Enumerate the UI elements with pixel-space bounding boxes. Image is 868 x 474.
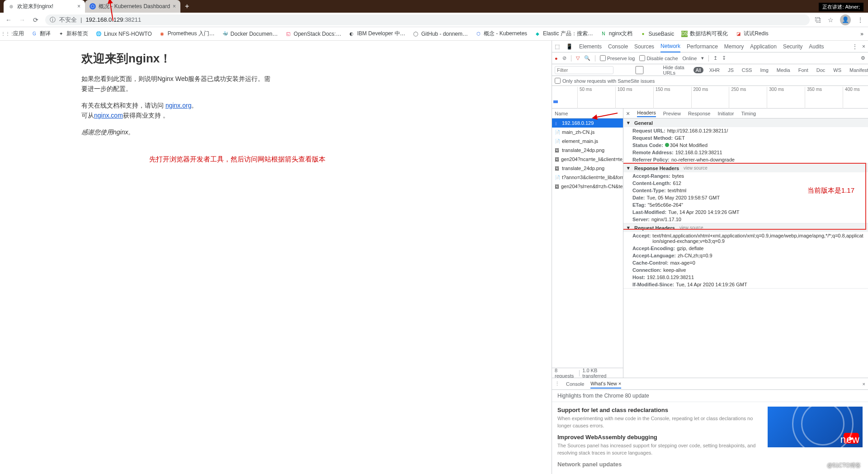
record-icon[interactable]: ● bbox=[555, 56, 558, 61]
gear-icon[interactable]: ⚙ bbox=[861, 55, 865, 61]
request-row[interactable]: 🖼translate_24dp.png bbox=[552, 164, 623, 173]
drawer-tab-whatsnew[interactable]: What's New × bbox=[590, 379, 621, 389]
download-icon[interactable]: ↧ bbox=[722, 55, 726, 61]
filter-all[interactable]: All bbox=[693, 67, 703, 73]
upload-icon[interactable]: ↥ bbox=[713, 55, 717, 61]
drawer-close-icon[interactable]: × bbox=[863, 381, 865, 387]
bookmark-item[interactable]: 🐳Docker Documen… bbox=[222, 31, 278, 37]
request-row[interactable]: ▮192.168.0.129 bbox=[552, 118, 623, 128]
request-row[interactable]: 📄t?anno=3&client=te_lib&form… bbox=[552, 173, 623, 182]
response-tab[interactable]: Response bbox=[688, 111, 711, 116]
new-tab-button[interactable]: + bbox=[180, 2, 193, 10]
tab-elements[interactable]: Elements bbox=[579, 41, 602, 52]
tab-network[interactable]: Network bbox=[660, 41, 680, 52]
close-detail-icon[interactable]: × bbox=[626, 110, 630, 117]
bookmark-item[interactable]: ●SuseBasic bbox=[640, 31, 674, 37]
bookmark-item[interactable]: ◐IBM Developer 中… bbox=[349, 30, 406, 38]
filter-css[interactable]: CSS bbox=[740, 67, 755, 73]
tab-performance[interactable]: Performance bbox=[687, 41, 718, 52]
bookmark-item[interactable]: ◯GitHub - donnem… bbox=[413, 31, 468, 37]
preserve-log-checkbox[interactable]: Preserve log bbox=[600, 55, 635, 61]
filter-js[interactable]: JS bbox=[726, 67, 736, 73]
request-row[interactable]: 🖼translate_24dp.png bbox=[552, 146, 623, 155]
filter-xhr[interactable]: XHR bbox=[707, 67, 722, 73]
bookmark-item[interactable]: ✦新标签页 bbox=[58, 30, 88, 38]
bookmarks-overflow[interactable]: » bbox=[860, 31, 863, 37]
back-icon[interactable]: ← bbox=[5, 16, 13, 24]
star-icon[interactable]: ☆ bbox=[828, 16, 834, 24]
translate-icon[interactable]: ⿻ bbox=[815, 16, 821, 24]
close-icon[interactable]: × bbox=[77, 3, 80, 9]
request-row[interactable]: 📄element_main.js bbox=[552, 137, 623, 146]
tab-console[interactable]: Console bbox=[608, 41, 628, 52]
bookmark-item[interactable]: ◉Prometheus 入门… bbox=[159, 30, 215, 38]
section-header[interactable]: ▾ General bbox=[623, 118, 868, 127]
hide-data-urls-checkbox[interactable]: Hide data URLs bbox=[617, 65, 690, 76]
clear-icon[interactable]: ⊘ bbox=[562, 55, 566, 61]
preview-tab[interactable]: Preview bbox=[663, 111, 681, 116]
nginx-com-link[interactable]: nginx.com bbox=[94, 112, 123, 119]
samesite-filter[interactable]: Only show requests with SameSite issues bbox=[552, 76, 868, 86]
bookmark-item[interactable]: 🌐Linux NFS-HOWTO bbox=[95, 31, 152, 37]
avatar[interactable]: 👤 bbox=[840, 14, 851, 25]
timing-tab[interactable]: Timing bbox=[741, 111, 756, 116]
tab-security[interactable]: Security bbox=[783, 41, 802, 52]
bookmark-item[interactable]: ◱OpenStack Docs:… bbox=[285, 31, 341, 37]
browser-tab-nginx[interactable]: ◎ 欢迎来到nginx! × bbox=[4, 0, 85, 13]
disable-cache-checkbox[interactable]: Disable cache bbox=[639, 55, 678, 61]
elastic-icon: ◆ bbox=[534, 31, 541, 37]
device-icon[interactable]: 📱 bbox=[566, 43, 573, 50]
devtools-close-icon[interactable]: × bbox=[862, 43, 865, 50]
apps-button[interactable]: ⋮⋮⋮应用 bbox=[5, 30, 24, 38]
filter-ws[interactable]: WS bbox=[831, 67, 844, 73]
apps-icon: ⋮⋮⋮ bbox=[5, 31, 11, 37]
filter-media[interactable]: Media bbox=[774, 67, 793, 73]
headers-tab[interactable]: Headers bbox=[637, 110, 656, 117]
filter-icon[interactable]: ▽ bbox=[576, 55, 580, 61]
filter-doc[interactable]: Doc bbox=[814, 67, 828, 73]
omnibox[interactable]: ⓘ 不安全 | 192.168.0.129:38211 bbox=[45, 14, 810, 25]
bookmark-item[interactable]: ⬡概念 - Kubernetes bbox=[475, 30, 527, 38]
close-icon[interactable]: × bbox=[173, 3, 176, 9]
view-source-link[interactable]: view source bbox=[684, 166, 708, 171]
nginx-org-link[interactable]: nginx.org bbox=[165, 102, 192, 109]
info-icon[interactable]: ⓘ bbox=[50, 16, 56, 24]
waterfall-overview[interactable]: 50 ms 100 ms 150 ms 200 ms 250 ms 300 ms… bbox=[552, 86, 868, 109]
menu-icon[interactable]: ⋮ bbox=[857, 16, 863, 24]
bookmark-item[interactable]: G翻译 bbox=[31, 30, 51, 38]
reload-icon[interactable]: ⟳ bbox=[32, 16, 40, 24]
drawer-menu-icon[interactable]: ⋮ bbox=[555, 381, 560, 387]
drawer-tab-console[interactable]: Console bbox=[566, 381, 584, 387]
tab-memory[interactable]: Memory bbox=[724, 41, 744, 52]
bookmark-item[interactable]: ◪试试Redis bbox=[735, 30, 769, 38]
tab-title: 欢迎来到nginx! bbox=[17, 3, 53, 10]
whatsnew-promo[interactable]: ▶ new bbox=[768, 407, 863, 447]
bookmark-item[interactable]: Nnginx文档 bbox=[600, 30, 633, 38]
request-row[interactable]: 🖼gen204?nca=te_li&client=te_li… bbox=[552, 155, 623, 164]
request-detail: × Headers Preview Response Initiator Tim… bbox=[623, 109, 868, 378]
online-select[interactable]: Online bbox=[683, 56, 697, 61]
name-column-header[interactable]: Name bbox=[552, 109, 623, 118]
general-section: ▾ General Request URL:http://192.168.0.1… bbox=[623, 118, 868, 164]
tab-sources[interactable]: Sources bbox=[634, 41, 654, 52]
filter-input[interactable] bbox=[555, 66, 613, 74]
view-source-link[interactable]: view source bbox=[679, 225, 703, 230]
filter-manifest[interactable]: Manifest bbox=[847, 67, 868, 73]
filter-font[interactable]: Font bbox=[796, 67, 811, 73]
filter-img[interactable]: Img bbox=[758, 67, 770, 73]
bookmark-item[interactable]: DS数据结构可视化 bbox=[681, 30, 728, 38]
inspect-icon[interactable]: ⬚ bbox=[555, 43, 560, 50]
devtools-menu-icon[interactable]: ⋮ bbox=[852, 43, 858, 50]
section-header[interactable]: ▾ Request Headers view source bbox=[623, 223, 868, 232]
security-label: 不安全 bbox=[59, 16, 77, 24]
request-row[interactable]: 📄main_zh-CN.js bbox=[552, 128, 623, 137]
section-header[interactable]: ▾ Response Headers view source bbox=[623, 164, 868, 172]
request-row[interactable]: 🖼gen204?sl=en&tl=zh-CN&tex… bbox=[552, 182, 623, 191]
initiator-tab[interactable]: Initiator bbox=[717, 111, 734, 116]
forward-icon[interactable]: → bbox=[18, 16, 26, 24]
tab-audits[interactable]: Audits bbox=[809, 41, 824, 52]
browser-tab-k8s[interactable]: ⬡ 概况 - Kubernetes Dashboard × bbox=[85, 0, 180, 13]
tab-application[interactable]: Application bbox=[750, 41, 777, 52]
search-icon[interactable]: 🔍 bbox=[584, 55, 590, 61]
bookmark-item[interactable]: ◆Elastic 产品：搜索… bbox=[534, 30, 593, 38]
